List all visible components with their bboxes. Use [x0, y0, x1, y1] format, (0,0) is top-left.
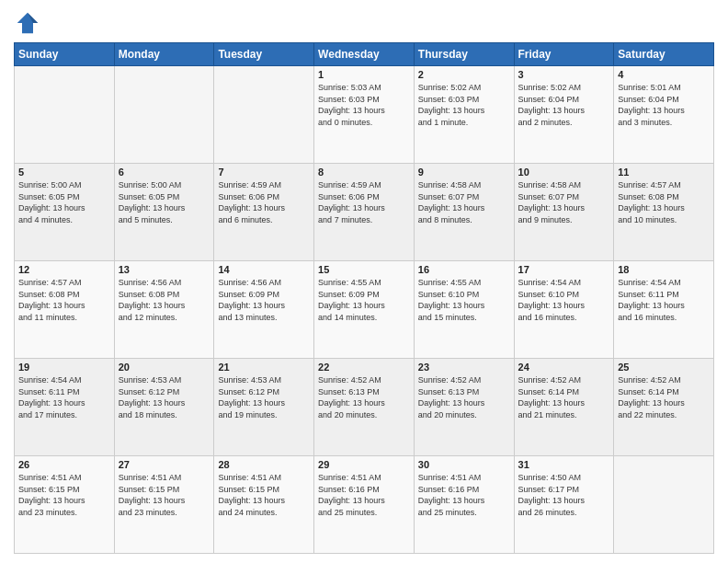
calendar-cell: 4Sunrise: 5:01 AM Sunset: 6:04 PM Daylig…: [614, 66, 714, 164]
calendar-cell: 18Sunrise: 4:54 AM Sunset: 6:11 PM Dayli…: [614, 261, 714, 359]
day-number: 21: [218, 362, 310, 373]
day-info: Sunrise: 4:53 AM Sunset: 6:12 PM Dayligh…: [218, 374, 310, 420]
calendar-cell: 16Sunrise: 4:55 AM Sunset: 6:10 PM Dayli…: [414, 261, 514, 359]
day-header: Sunday: [15, 43, 115, 66]
day-number: 4: [618, 69, 710, 80]
day-info: Sunrise: 4:56 AM Sunset: 6:08 PM Dayligh…: [119, 277, 210, 323]
calendar-cell: 2Sunrise: 5:02 AM Sunset: 6:03 PM Daylig…: [414, 66, 514, 164]
day-header: Monday: [114, 43, 214, 66]
day-info: Sunrise: 4:59 AM Sunset: 6:06 PM Dayligh…: [318, 179, 410, 225]
day-number: 2: [418, 69, 510, 80]
day-info: Sunrise: 4:59 AM Sunset: 6:06 PM Dayligh…: [218, 179, 310, 225]
day-info: Sunrise: 4:52 AM Sunset: 6:13 PM Dayligh…: [318, 374, 410, 420]
day-info: Sunrise: 5:03 AM Sunset: 6:03 PM Dayligh…: [318, 82, 410, 128]
calendar-cell: 13Sunrise: 4:56 AM Sunset: 6:08 PM Dayli…: [114, 261, 214, 359]
calendar-cell: [214, 66, 314, 164]
calendar-cell: 10Sunrise: 4:58 AM Sunset: 6:07 PM Dayli…: [514, 164, 614, 261]
day-info: Sunrise: 4:58 AM Sunset: 6:07 PM Dayligh…: [518, 179, 610, 225]
calendar-cell: 17Sunrise: 4:54 AM Sunset: 6:10 PM Dayli…: [514, 261, 614, 359]
calendar-header-row: SundayMondayTuesdayWednesdayThursdayFrid…: [15, 43, 714, 66]
calendar-week-row: 19Sunrise: 4:54 AM Sunset: 6:11 PM Dayli…: [15, 359, 714, 456]
day-number: 8: [318, 167, 410, 178]
day-info: Sunrise: 4:57 AM Sunset: 6:08 PM Dayligh…: [618, 179, 710, 225]
calendar-cell: 6Sunrise: 5:00 AM Sunset: 6:05 PM Daylig…: [114, 164, 214, 261]
day-number: 14: [218, 264, 310, 275]
calendar-cell: 20Sunrise: 4:53 AM Sunset: 6:12 PM Dayli…: [114, 359, 214, 456]
calendar-cell: 30Sunrise: 4:51 AM Sunset: 6:16 PM Dayli…: [414, 456, 514, 554]
day-number: 29: [318, 459, 410, 470]
calendar-cell: 19Sunrise: 4:54 AM Sunset: 6:11 PM Dayli…: [15, 359, 115, 456]
day-number: 23: [418, 362, 510, 373]
calendar-cell: 22Sunrise: 4:52 AM Sunset: 6:13 PM Dayli…: [314, 359, 415, 456]
day-number: 30: [418, 459, 510, 470]
calendar-cell: 25Sunrise: 4:52 AM Sunset: 6:14 PM Dayli…: [614, 359, 714, 456]
calendar-week-row: 5Sunrise: 5:00 AM Sunset: 6:05 PM Daylig…: [15, 164, 714, 261]
day-number: 22: [318, 362, 410, 373]
logo: [14, 9, 45, 37]
header: [14, 9, 714, 37]
day-info: Sunrise: 4:54 AM Sunset: 6:10 PM Dayligh…: [518, 277, 610, 323]
day-info: Sunrise: 4:55 AM Sunset: 6:10 PM Dayligh…: [418, 277, 510, 323]
day-number: 27: [119, 459, 210, 470]
day-number: 11: [618, 167, 710, 178]
day-number: 10: [518, 167, 610, 178]
day-info: Sunrise: 4:54 AM Sunset: 6:11 PM Dayligh…: [618, 277, 710, 323]
day-info: Sunrise: 5:00 AM Sunset: 6:05 PM Dayligh…: [18, 179, 110, 225]
day-number: 20: [119, 362, 210, 373]
calendar-cell: 14Sunrise: 4:56 AM Sunset: 6:09 PM Dayli…: [214, 261, 314, 359]
day-number: 7: [218, 167, 310, 178]
day-info: Sunrise: 4:57 AM Sunset: 6:08 PM Dayligh…: [18, 277, 110, 323]
day-number: 9: [418, 167, 510, 178]
day-info: Sunrise: 4:50 AM Sunset: 6:17 PM Dayligh…: [518, 472, 610, 518]
day-info: Sunrise: 4:52 AM Sunset: 6:14 PM Dayligh…: [618, 374, 710, 420]
day-number: 16: [418, 264, 510, 275]
calendar-cell: 7Sunrise: 4:59 AM Sunset: 6:06 PM Daylig…: [214, 164, 314, 261]
calendar-cell: 23Sunrise: 4:52 AM Sunset: 6:13 PM Dayli…: [414, 359, 514, 456]
calendar-cell: 9Sunrise: 4:58 AM Sunset: 6:07 PM Daylig…: [414, 164, 514, 261]
calendar-cell: 11Sunrise: 4:57 AM Sunset: 6:08 PM Dayli…: [614, 164, 714, 261]
day-info: Sunrise: 4:51 AM Sunset: 6:16 PM Dayligh…: [318, 472, 410, 518]
calendar-cell: 28Sunrise: 4:51 AM Sunset: 6:15 PM Dayli…: [214, 456, 314, 554]
day-number: 13: [119, 264, 210, 275]
day-info: Sunrise: 4:51 AM Sunset: 6:15 PM Dayligh…: [218, 472, 310, 518]
calendar-cell: 27Sunrise: 4:51 AM Sunset: 6:15 PM Dayli…: [114, 456, 214, 554]
day-header: Tuesday: [214, 43, 314, 66]
day-header: Saturday: [614, 43, 714, 66]
day-info: Sunrise: 4:58 AM Sunset: 6:07 PM Dayligh…: [418, 179, 510, 225]
day-header: Thursday: [414, 43, 514, 66]
day-info: Sunrise: 4:55 AM Sunset: 6:09 PM Dayligh…: [318, 277, 410, 323]
page: SundayMondayTuesdayWednesdayThursdayFrid…: [0, 0, 728, 563]
day-info: Sunrise: 4:56 AM Sunset: 6:09 PM Dayligh…: [218, 277, 310, 323]
day-number: 19: [18, 362, 110, 373]
calendar-week-row: 1Sunrise: 5:03 AM Sunset: 6:03 PM Daylig…: [15, 66, 714, 164]
day-number: 28: [218, 459, 310, 470]
day-info: Sunrise: 4:53 AM Sunset: 6:12 PM Dayligh…: [119, 374, 210, 420]
calendar-cell: 26Sunrise: 4:51 AM Sunset: 6:15 PM Dayli…: [15, 456, 115, 554]
day-number: 6: [119, 167, 210, 178]
day-number: 26: [18, 459, 110, 470]
calendar: SundayMondayTuesdayWednesdayThursdayFrid…: [14, 42, 714, 554]
day-number: 25: [618, 362, 710, 373]
calendar-cell: 3Sunrise: 5:02 AM Sunset: 6:04 PM Daylig…: [514, 66, 614, 164]
calendar-cell: 12Sunrise: 4:57 AM Sunset: 6:08 PM Dayli…: [15, 261, 115, 359]
day-info: Sunrise: 4:51 AM Sunset: 6:15 PM Dayligh…: [18, 472, 110, 518]
day-info: Sunrise: 5:00 AM Sunset: 6:05 PM Dayligh…: [119, 179, 210, 225]
day-number: 31: [518, 459, 610, 470]
day-info: Sunrise: 4:52 AM Sunset: 6:13 PM Dayligh…: [418, 374, 510, 420]
day-number: 18: [618, 264, 710, 275]
day-info: Sunrise: 4:51 AM Sunset: 6:16 PM Dayligh…: [418, 472, 510, 518]
calendar-cell: 31Sunrise: 4:50 AM Sunset: 6:17 PM Dayli…: [514, 456, 614, 554]
calendar-week-row: 26Sunrise: 4:51 AM Sunset: 6:15 PM Dayli…: [15, 456, 714, 554]
logo-icon: [14, 9, 41, 37]
calendar-cell: 24Sunrise: 4:52 AM Sunset: 6:14 PM Dayli…: [514, 359, 614, 456]
calendar-cell: [114, 66, 214, 164]
calendar-cell: 5Sunrise: 5:00 AM Sunset: 6:05 PM Daylig…: [15, 164, 115, 261]
day-info: Sunrise: 4:54 AM Sunset: 6:11 PM Dayligh…: [18, 374, 110, 420]
day-number: 17: [518, 264, 610, 275]
calendar-week-row: 12Sunrise: 4:57 AM Sunset: 6:08 PM Dayli…: [15, 261, 714, 359]
day-info: Sunrise: 5:02 AM Sunset: 6:04 PM Dayligh…: [518, 82, 610, 128]
day-number: 15: [318, 264, 410, 275]
calendar-cell: 29Sunrise: 4:51 AM Sunset: 6:16 PM Dayli…: [314, 456, 415, 554]
day-info: Sunrise: 4:51 AM Sunset: 6:15 PM Dayligh…: [119, 472, 210, 518]
calendar-cell: [15, 66, 115, 164]
